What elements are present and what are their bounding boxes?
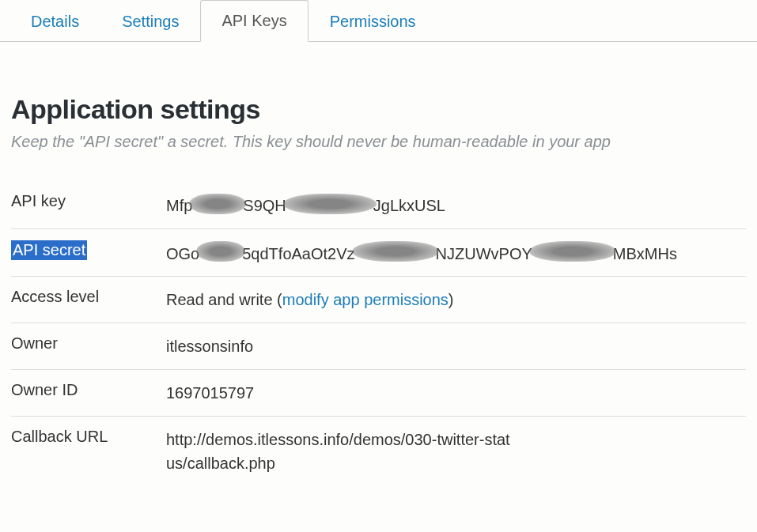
label-access-level: Access level xyxy=(11,288,99,305)
api-secret-fragment: 5qdTfoAaOt2Vz xyxy=(242,244,354,262)
value-api-key: MfpS9QHJgLkxUSL xyxy=(166,192,746,217)
section-subtext: Keep the "API secret" a secret. This key… xyxy=(11,133,746,151)
label-api-key: API key xyxy=(11,192,66,209)
label-owner-id: Owner ID xyxy=(11,381,78,398)
value-access-level: Read and write (modify app permissions) xyxy=(166,288,746,311)
row-api-key: API key MfpS9QHJgLkxUSL xyxy=(11,181,746,229)
value-owner-id: 1697015797 xyxy=(166,381,746,405)
label-api-secret: API secret xyxy=(11,240,87,260)
value-owner: itlessonsinfo xyxy=(166,334,746,358)
api-key-fragment: JgLkxUSL xyxy=(373,197,445,214)
api-secret-fragment: MBxMHs xyxy=(613,244,677,262)
row-access-level: Access level Read and write (modify app … xyxy=(11,277,746,323)
redacted-smudge xyxy=(529,241,616,262)
tab-details[interactable]: Details xyxy=(9,1,100,42)
tab-permissions[interactable]: Permissions xyxy=(308,1,437,42)
tab-bar: Details Settings API Keys Permissions xyxy=(0,0,757,42)
redacted-smudge xyxy=(352,241,439,262)
value-callback-url: http://demos.itlessons.info/demos/030-tw… xyxy=(166,428,514,475)
row-api-secret: API secret OGo5qdTfoAaOt2VzNJZUWvPOYMBxM… xyxy=(11,229,746,277)
content-area: Application settings Keep the "API secre… xyxy=(0,42,757,486)
value-api-secret: OGo5qdTfoAaOt2VzNJZUWvPOYMBxMHs xyxy=(166,240,746,266)
api-key-fragment: Mfp xyxy=(166,197,192,214)
api-secret-fragment: OGo xyxy=(166,244,199,262)
settings-table: API key MfpS9QHJgLkxUSL API secret OGo5q… xyxy=(11,181,746,486)
redacted-smudge xyxy=(283,194,377,214)
tab-settings[interactable]: Settings xyxy=(100,1,200,42)
row-owner: Owner itlessonsinfo xyxy=(11,323,746,370)
modify-permissions-link[interactable]: modify app permissions xyxy=(282,291,449,308)
redacted-smudge xyxy=(189,194,246,214)
label-callback-url: Callback URL xyxy=(11,428,108,445)
redacted-smudge xyxy=(196,241,245,262)
access-level-text: Read and write xyxy=(166,291,273,308)
tab-api-keys[interactable]: API Keys xyxy=(200,0,308,42)
row-owner-id: Owner ID 1697015797 xyxy=(11,370,746,417)
section-heading: Application settings xyxy=(11,94,746,125)
access-level-paren: ) xyxy=(449,291,454,308)
access-level-paren: ( xyxy=(277,291,282,308)
label-owner: Owner xyxy=(11,334,58,352)
api-secret-fragment: NJZUWvPOY xyxy=(436,244,532,262)
row-callback-url: Callback URL http://demos.itlessons.info… xyxy=(11,417,746,486)
api-key-fragment: S9QH xyxy=(243,197,286,214)
